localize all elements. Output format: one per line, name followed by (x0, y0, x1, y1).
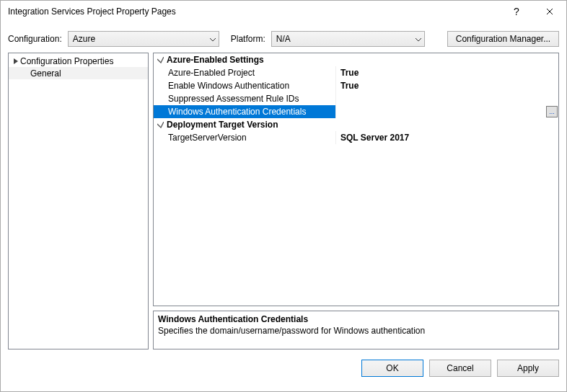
body: Configuration Properties General Azure-E… (1, 53, 566, 354)
prop-target-server-version[interactable]: TargetServerVersion SQL Server 2017 (154, 131, 558, 144)
category-azure-settings[interactable]: Azure-Enabled Settings (154, 53, 558, 66)
configuration-manager-button[interactable]: Configuration Manager... (447, 31, 559, 47)
description-text: Specifies the domain/username/password f… (158, 326, 554, 336)
prop-name: TargetServerVersion (154, 131, 336, 144)
prop-value[interactable]: ... (336, 105, 558, 118)
configuration-label: Configuration: (8, 34, 62, 44)
prop-value[interactable]: True (336, 79, 558, 92)
prop-name: Suppressed Assessment Rule IDs (154, 92, 336, 105)
platform-label: Platform: (231, 34, 265, 44)
prop-name: Windows Authentication Credentials (154, 105, 336, 118)
tree-item-label: General (30, 68, 61, 79)
platform-value: N/A (276, 34, 291, 44)
window-title: Integration Services Project Property Pa… (8, 6, 500, 17)
prop-value[interactable]: SQL Server 2017 (336, 131, 558, 144)
prop-azure-enabled-project[interactable]: Azure-Enabled Project True (154, 66, 558, 79)
ok-button[interactable]: OK (361, 360, 423, 377)
tree-item-label: Configuration Properties (20, 56, 113, 66)
description-panel: Windows Authentication Credentials Speci… (153, 311, 559, 349)
tree-item-config-properties[interactable]: Configuration Properties (9, 55, 148, 67)
prop-enable-windows-auth[interactable]: Enable Windows Authentication True (154, 79, 558, 92)
cancel-button[interactable]: Cancel (429, 360, 491, 377)
help-button[interactable]: ? (500, 1, 533, 22)
prop-value[interactable] (336, 92, 558, 105)
ellipsis-button[interactable]: ... (546, 106, 558, 117)
dialog-footer: OK Cancel Apply (1, 354, 566, 384)
tree-item-general[interactable]: General (9, 67, 148, 79)
nav-tree: Configuration Properties General (8, 53, 149, 349)
prop-suppressed-rule-ids[interactable]: Suppressed Assessment Rule IDs (154, 92, 558, 105)
configuration-value: Azure (73, 34, 95, 44)
platform-dropdown[interactable]: N/A (271, 31, 425, 47)
config-toolbar: Configuration: Azure Platform: N/A Confi… (1, 22, 566, 53)
description-title: Windows Authentication Credentials (158, 314, 554, 324)
tree-expander-icon[interactable] (12, 58, 20, 64)
prop-name: Azure-Enabled Project (154, 66, 336, 79)
close-icon (546, 8, 553, 15)
category-expander-icon[interactable] (154, 57, 167, 63)
apply-button[interactable]: Apply (497, 360, 559, 377)
close-button[interactable] (533, 1, 566, 22)
prop-value[interactable]: True (336, 66, 558, 79)
chevron-down-icon (416, 34, 421, 44)
prop-windows-auth-credentials[interactable]: Windows Authentication Credentials ... (154, 105, 558, 118)
property-grid: Azure-Enabled Settings Azure-Enabled Pro… (153, 53, 559, 306)
right-pane: Azure-Enabled Settings Azure-Enabled Pro… (153, 53, 559, 349)
category-deployment-target[interactable]: Deployment Target Version (154, 118, 558, 131)
prop-name: Enable Windows Authentication (154, 79, 336, 92)
title-bar: Integration Services Project Property Pa… (1, 1, 566, 22)
configuration-dropdown[interactable]: Azure (68, 31, 219, 47)
chevron-down-icon (210, 34, 216, 44)
category-expander-icon[interactable] (154, 122, 167, 128)
